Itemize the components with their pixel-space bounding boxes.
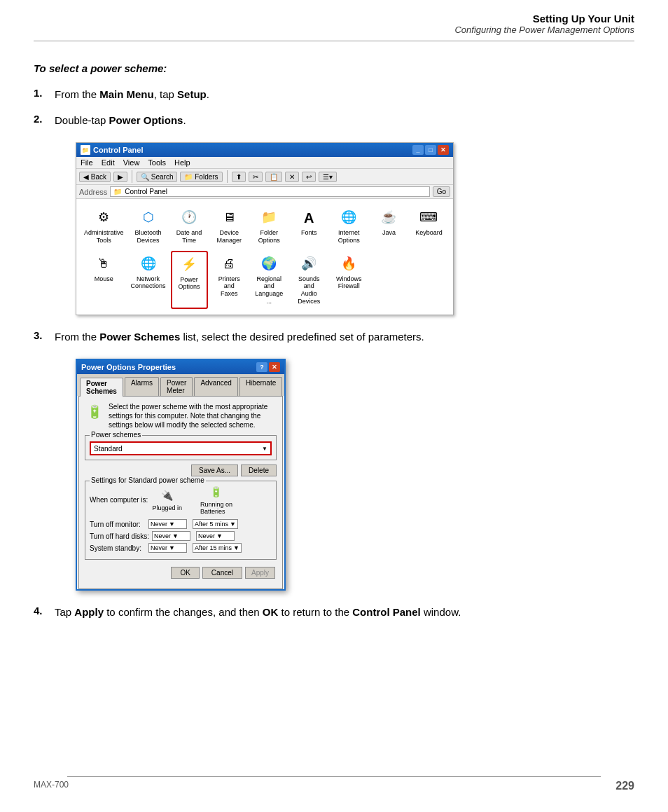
cp-toolbar-sep1 (132, 170, 132, 183)
java-icon: ☕ (379, 208, 398, 228)
cp-icon-bluetooth[interactable]: ⬡ BluetoothDevices (129, 205, 168, 248)
menu-tools[interactable]: Tools (148, 158, 166, 167)
cp-titlebar-icon: 📁 (81, 145, 90, 155)
po-standby-battery-combo[interactable]: After 15 mins ▼ (193, 543, 242, 553)
cp-icon-device-manager[interactable]: 🖥 DeviceManager (211, 205, 248, 248)
power-options-screenshot: Power Options Properties ? ✕ Power Schem… (76, 359, 634, 591)
po-harddisk-plugged-combo[interactable]: Never ▼ (152, 531, 190, 541)
cp-icon-label-folder: Folder Options (253, 229, 286, 245)
tab-hibernate[interactable]: Hibernate (239, 377, 282, 396)
tab-power-meter[interactable]: Power Meter (160, 377, 193, 396)
cp-icon-internet-options[interactable]: 🌐 InternetOptions (330, 205, 368, 248)
step-1-num: 1. (34, 87, 55, 99)
cp-title: Control Panel (93, 146, 144, 154)
po-scheme-combo[interactable]: Standard ▼ (90, 441, 272, 455)
control-panel-screenshot: 📁 Control Panel _ □ ✕ File Edit View Too… (76, 142, 634, 315)
printers-icon: 🖨 (219, 254, 239, 274)
cp-cut-btn[interactable]: ✂ (249, 172, 263, 182)
po-monitor-battery-arrow: ▼ (230, 521, 236, 528)
menu-edit[interactable]: Edit (102, 158, 115, 167)
cp-maximize-btn[interactable]: □ (425, 145, 436, 155)
step-3-num: 3. (34, 329, 55, 341)
menu-help[interactable]: Help (174, 158, 190, 167)
cp-undo-btn[interactable]: ↩ (302, 172, 316, 182)
footer-page: 229 (615, 780, 634, 792)
page-header: Setting Up Your Unit Configuring the Pow… (0, 0, 668, 35)
cp-folders-btn[interactable]: 📁 Folders (180, 172, 222, 182)
tab-power-schemes[interactable]: Power Schemes (80, 378, 123, 397)
cp-toolbar-sep2 (227, 170, 228, 183)
cp-icon-sounds[interactable]: 🔊 Sounds andAudio Devices (291, 251, 328, 309)
cp-search-btn[interactable]: 🔍 Search (137, 172, 177, 182)
step-3-bold1: Power Schemes (99, 331, 180, 343)
po-delete-btn[interactable]: Delete (241, 465, 277, 476)
cp-menubar: File Edit View Tools Help (76, 157, 453, 169)
cp-delete-btn[interactable]: ✕ (285, 172, 299, 182)
cp-icon-mouse[interactable]: 🖱 Mouse (82, 251, 126, 309)
po-harddisk-battery-val: Never (198, 532, 215, 539)
footer-model: MAX-700 (34, 780, 69, 792)
sounds-icon: 🔊 (299, 254, 319, 274)
step-2-bold1: Power Options (109, 114, 183, 126)
footer-divider (67, 776, 601, 777)
cp-back-btn[interactable]: ◀ Back (79, 172, 111, 182)
cp-up-btn[interactable]: ⬆ (232, 172, 246, 182)
cp-address-box[interactable]: 📁 Control Panel (110, 186, 429, 197)
step-1-bold1: Main Menu (99, 88, 154, 100)
menu-file[interactable]: File (81, 158, 93, 167)
po-apply-btn[interactable]: Apply (245, 567, 275, 579)
cp-icon-printers[interactable]: 🖨 Printers andFaxes (211, 251, 248, 309)
cp-close-btn[interactable]: ✕ (438, 145, 449, 155)
po-monitor-battery-val: After 5 mins (195, 521, 228, 528)
cp-icon-network[interactable]: 🌐 NetworkConnections (129, 251, 168, 309)
cp-minimize-btn[interactable]: _ (412, 145, 424, 155)
cp-icon-label-firewall: WindowsFirewall (336, 275, 362, 291)
step-4: 4. Tap Apply to confirm the changes, and… (34, 605, 634, 621)
po-save-btn[interactable]: Save As... (191, 465, 238, 476)
po-monitor-battery-combo[interactable]: After 5 mins ▼ (193, 519, 238, 529)
po-savedelete: Save As... Delete (85, 465, 277, 476)
po-standby-row: System standby: Never ▼ After 15 mins ▼ (90, 543, 272, 553)
cp-go-btn[interactable]: Go (433, 186, 450, 197)
step-2: 2. Double-tap Power Options. (34, 113, 634, 129)
control-panel-window: 📁 Control Panel _ □ ✕ File Edit View Too… (76, 142, 454, 315)
cp-icon-datetime[interactable]: 🕐 Date and Time (171, 205, 208, 248)
po-close-btn[interactable]: ✕ (269, 362, 280, 372)
step-3: 3. From the Power Schemes list, select t… (34, 329, 634, 345)
section-heading: To select a power scheme: (34, 62, 634, 74)
po-monitor-plugged-val: Never (151, 521, 167, 528)
cp-icon-firewall[interactable]: 🔥 WindowsFirewall (330, 251, 368, 309)
cp-icon-java[interactable]: ☕ Java (370, 205, 408, 248)
tab-advanced[interactable]: Advanced (194, 377, 237, 396)
cp-icon-regional[interactable]: 🌍 Regional andLanguage ... (251, 251, 288, 309)
po-plugged-label: Plugged in (152, 504, 182, 511)
cp-icon-label-fonts: Fonts (301, 229, 317, 237)
cp-address-value: Control Panel (125, 188, 167, 195)
step-2-text: Double-tap Power Options. (55, 113, 186, 129)
power-options-dialog: Power Options Properties ? ✕ Power Schem… (76, 359, 286, 591)
cp-icon-fonts[interactable]: A Fonts (291, 205, 328, 248)
cp-icon-label-regional: Regional andLanguage ... (253, 275, 286, 305)
cp-views-btn[interactable]: ☰▾ (319, 172, 337, 182)
po-ok-btn[interactable]: OK (171, 567, 199, 579)
step-4-bold2: OK (263, 606, 279, 618)
cp-icon-power-options[interactable]: ⚡ Power Options (171, 251, 208, 309)
step-1: 1. From the Main Menu, tap Setup. (34, 87, 634, 103)
cp-copy-btn[interactable]: 📋 (265, 172, 282, 182)
po-monitor-plugged-combo[interactable]: Never ▼ (148, 519, 187, 529)
po-cancel-btn[interactable]: Cancel (202, 567, 242, 579)
po-standby-plugged-combo[interactable]: Never ▼ (148, 543, 187, 553)
tab-alarms[interactable]: Alarms (125, 377, 159, 396)
cp-forward-btn[interactable]: ▶ (113, 172, 127, 182)
cp-icon-folder-options[interactable]: 📁 Folder Options (251, 205, 288, 248)
po-help-btn[interactable]: ? (256, 362, 267, 372)
cp-icon-label-java: Java (382, 229, 396, 237)
cp-icon-admin-tools[interactable]: ⚙ AdministrativeTools (82, 205, 126, 248)
cp-icon-keyboard[interactable]: ⌨ Keyboard (410, 205, 447, 248)
cp-address-label: Address (79, 188, 107, 196)
po-harddisk-battery-combo[interactable]: Never ▼ (196, 531, 235, 541)
menu-view[interactable]: View (123, 158, 140, 167)
cp-address-icon: 📁 (113, 188, 122, 195)
cp-icon-label-device: DeviceManager (216, 229, 242, 245)
po-tabs: Power Schemes Alarms Power Meter Advance… (77, 374, 284, 396)
